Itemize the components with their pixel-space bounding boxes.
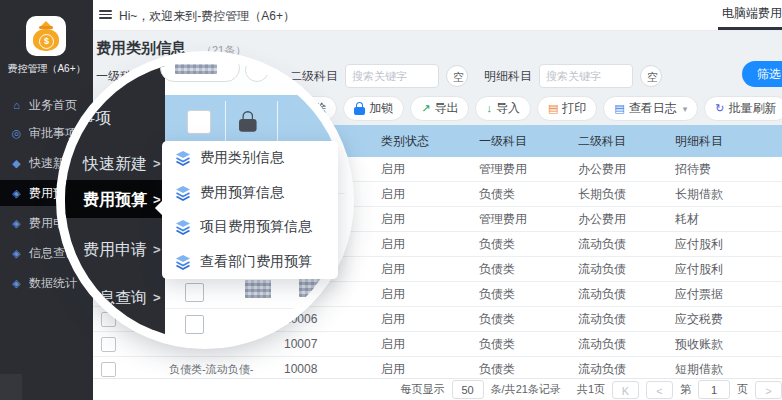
table-row[interactable]: 负债类-流动负债- 10008 启用 负债类 流动负债 短期借款	[93, 357, 782, 378]
app-title: 费控管理（A6+）	[0, 62, 93, 76]
print-button[interactable]: ▤ 打印	[537, 96, 597, 121]
layers-icon	[175, 150, 191, 166]
total-records-label: 条/共21条记录	[491, 382, 561, 397]
view-log-button[interactable]: ▤ 查看日志 ▾	[603, 96, 698, 121]
diamond-icon: ◆	[10, 157, 23, 170]
tab-pc-expense-management[interactable]: 电脑端费用管理	[718, 0, 782, 30]
page-suffix-label: 页	[737, 382, 748, 397]
detail-clear-button[interactable]: 空	[640, 65, 662, 87]
lock-button[interactable]: 加锁	[343, 96, 404, 121]
sidebar-footer-block	[0, 374, 22, 400]
total-pages-label: 共1页	[577, 382, 605, 397]
col-status: 类别状态	[375, 133, 473, 150]
hamburger-menu-icon[interactable]	[99, 10, 112, 19]
budget-submenu-flyout: 费用类别信息 费用预算信息 项目费用预算信息 查看部门费用预算	[162, 141, 338, 279]
cube-icon: ◈	[10, 247, 23, 260]
export-button[interactable]: ↗ 导出	[410, 96, 469, 121]
approval-icon: ◎	[10, 127, 23, 140]
prev-page-button[interactable]: <	[646, 381, 673, 399]
col-level1: 一级科目	[473, 133, 572, 150]
dollar-icon: $	[39, 34, 54, 49]
home-icon: ⌂	[10, 99, 23, 111]
row-checkbox[interactable]	[101, 362, 116, 377]
layers-icon	[175, 254, 191, 270]
pagination-bar: 每页显示 条/共21条记录 共1页 K < 第 页 >	[93, 378, 782, 400]
chevron-right-icon: >	[153, 242, 161, 257]
toolbar: ✖ 删除 加锁 ↗ 导出 ↓ 导入 ▤ 打印 ▤ 查看日志 ▾ ↻ 批量刷新 解…	[278, 96, 782, 122]
per-page-label: 每页显示	[401, 382, 445, 397]
first-page-button[interactable]: K	[612, 381, 639, 399]
submenu-item-category-info[interactable]: 费用类别信息	[162, 141, 338, 176]
page-title: 费用类别信息	[96, 39, 186, 58]
col-detail: 明细科目	[669, 133, 782, 150]
row-checkbox[interactable]	[101, 337, 116, 352]
magnified-item-expense-budget: 费用预算	[83, 190, 147, 211]
welcome-text: Hi~，欢迎来到-费控管理（A6+）	[119, 8, 295, 25]
refresh-icon: ↻	[715, 103, 724, 114]
level2-search-input[interactable]	[345, 64, 439, 88]
magnified-lock-icon	[239, 111, 257, 133]
layers-icon	[175, 219, 191, 235]
batch-refresh-button[interactable]: ↻ 批量刷新	[704, 96, 782, 121]
cube-icon: ◈	[10, 187, 23, 200]
sidebar-item-data-stats[interactable]: ◈ 数据统计	[0, 270, 93, 296]
app-logo: $	[26, 16, 66, 56]
chevron-right-icon: >	[153, 156, 161, 171]
export-icon: ↗	[421, 103, 430, 114]
per-page-input[interactable]	[452, 380, 484, 399]
page-prefix-label: 第	[680, 382, 691, 397]
censored-text	[175, 64, 217, 74]
magnified-row-checkbox	[185, 283, 204, 302]
submenu-item-dept-budget-view[interactable]: 查看部门费用预算	[162, 245, 338, 280]
top-bar: Hi~，欢迎来到-费控管理（A6+） 电脑端费用管理	[93, 0, 782, 31]
page-number-input[interactable]	[698, 380, 730, 399]
censored-cell	[245, 280, 271, 298]
printer-icon: ▤	[548, 103, 558, 114]
cube-icon: ◈	[10, 277, 23, 290]
sidebar-item-home[interactable]: ⌂ 业务首页	[0, 92, 93, 118]
detail-label: 明细科目	[484, 68, 532, 85]
next-page-button[interactable]: >	[755, 381, 782, 399]
magnified-search-input	[160, 60, 240, 82]
chevron-down-icon: ▾	[683, 104, 688, 114]
level2-label: 二级科目	[290, 68, 338, 85]
magnified-checkbox	[187, 110, 211, 134]
import-button[interactable]: ↓ 导入	[475, 96, 531, 121]
level2-clear-button[interactable]: 空	[446, 65, 468, 87]
document-icon: ▤	[614, 103, 624, 114]
lock-icon	[354, 102, 365, 116]
import-icon: ↓	[486, 103, 492, 114]
layers-icon	[175, 185, 191, 201]
detail-search-input[interactable]	[539, 64, 633, 88]
submenu-item-budget-info[interactable]: 费用预算信息	[162, 176, 338, 211]
filter-submit-button[interactable]: 筛选	[742, 61, 782, 87]
chevron-right-icon: >	[153, 290, 161, 305]
col-level2: 二级科目	[572, 133, 669, 150]
magnified-item-expense-apply: 费用申请	[83, 240, 147, 261]
record-count: （21条）	[201, 43, 246, 58]
magnified-row-checkbox	[185, 315, 204, 334]
cube-icon: ◈	[10, 217, 23, 230]
magnified-item-quick-create: 快速新建	[83, 154, 147, 175]
row-checkbox[interactable]	[101, 312, 116, 327]
submenu-item-project-budget-info[interactable]: 项目费用预算信息	[162, 210, 338, 245]
